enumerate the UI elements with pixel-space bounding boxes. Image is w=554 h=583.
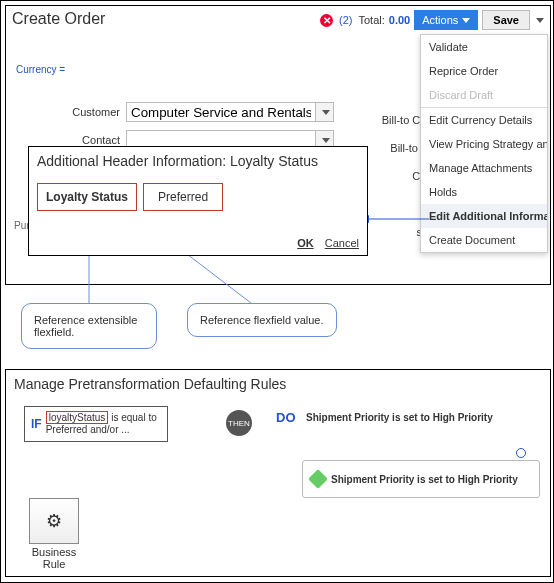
menu-edit-additional-info[interactable]: Edit Additional Information	[421, 204, 547, 228]
total-value: 0.00	[389, 14, 410, 26]
menu-edit-currency[interactable]: Edit Currency Details	[421, 108, 547, 132]
do-action-text: Shipment Priority is set to High Priorit…	[306, 412, 493, 423]
condition-operator: is equal to	[111, 412, 157, 423]
menu-manage-attachments[interactable]: Manage Attachments	[421, 156, 547, 180]
condition-text: loyaltyStatus is equal to Preferred and/…	[46, 412, 157, 436]
dialog-title: Additional Header Information: Loyalty S…	[29, 147, 367, 175]
callout-flexfield: Reference extensible flexfield.	[21, 303, 157, 349]
if-condition-box[interactable]: IF loyaltyStatus is equal to Preferred a…	[24, 406, 168, 442]
error-count[interactable]: (2)	[339, 14, 352, 26]
create-order-panel: Create Order ✕ (2) Total: 0.00 Actions S…	[5, 5, 551, 285]
customer-dropdown-icon[interactable]	[316, 102, 334, 122]
currency-label: Currency =	[16, 64, 65, 75]
customer-label: Customer	[46, 106, 120, 118]
menu-discard-draft: Discard Draft	[421, 83, 547, 107]
action-tag-text: Shipment Priority is set to High Priorit…	[331, 474, 518, 485]
customer-field[interactable]	[126, 102, 316, 122]
menu-reprice-order[interactable]: Reprice Order	[421, 59, 547, 83]
save-button[interactable]: Save	[482, 10, 530, 30]
connector-node[interactable]	[516, 448, 526, 458]
menu-holds[interactable]: Holds	[421, 180, 547, 204]
chevron-down-icon	[462, 18, 470, 23]
actions-button[interactable]: Actions	[414, 10, 478, 30]
actions-button-label: Actions	[422, 14, 458, 26]
business-rule-item[interactable]: ⚙ Business Rule	[24, 498, 84, 570]
menu-create-document[interactable]: Create Document	[421, 228, 547, 252]
menu-view-pricing[interactable]: View Pricing Strategy and S	[421, 132, 547, 156]
do-label: DO	[276, 410, 296, 425]
contact-label: Contact	[46, 134, 120, 146]
rules-panel: Manage Pretransformation Defaulting Rule…	[5, 369, 551, 577]
tag-icon	[308, 469, 328, 489]
callout-flexfield-value: Reference flexfield value.	[187, 303, 337, 337]
rules-title: Manage Pretransformation Defaulting Rule…	[6, 370, 550, 398]
header-right: ✕ (2) Total: 0.00 Actions Save	[320, 10, 544, 30]
actions-menu: Validate Reprice Order Discard Draft Edi…	[420, 34, 548, 253]
total-label: Total:	[359, 14, 385, 26]
ok-button[interactable]: OK	[297, 237, 314, 249]
condition-value: Preferred and/or ...	[46, 424, 130, 435]
then-node: THEN	[226, 410, 252, 436]
cancel-button[interactable]: Cancel	[325, 237, 359, 249]
action-tag-box[interactable]: Shipment Priority is set to High Priorit…	[302, 460, 540, 498]
additional-header-dialog: Additional Header Information: Loyalty S…	[28, 146, 368, 256]
if-label: IF	[31, 417, 42, 431]
save-dropdown-icon[interactable]	[536, 18, 544, 23]
loyalty-status-label: Loyalty Status	[37, 183, 137, 211]
error-icon[interactable]: ✕	[320, 14, 333, 27]
loyalty-status-value[interactable]: Preferred	[143, 183, 223, 211]
business-rule-label: Business Rule	[24, 546, 84, 570]
condition-attribute: loyaltyStatus	[46, 411, 109, 424]
menu-validate[interactable]: Validate	[421, 35, 547, 59]
business-rule-icon: ⚙	[29, 498, 79, 544]
